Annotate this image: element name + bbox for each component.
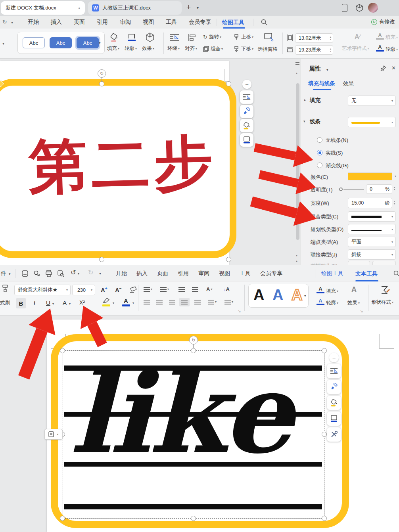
line-expander-icon[interactable]: ▾ — [303, 119, 305, 123]
float-brush-button[interactable] — [240, 105, 253, 118]
rotate-button[interactable]: ↻ 旋转▾ — [203, 34, 221, 40]
underline-button[interactable]: U — [46, 299, 50, 306]
selection-handle-top[interactable] — [191, 348, 196, 353]
panel-tab-fill-line-active[interactable]: 填充与线条 — [308, 80, 335, 87]
menu-tab-insert[interactable]: 插入 — [51, 19, 62, 26]
ribbon-overflow-chevron-icon[interactable]: ▾ — [2, 41, 4, 46]
height-spinner[interactable]: ▴▾ — [330, 36, 331, 40]
device-sync-icon[interactable] — [342, 4, 347, 12]
menu-tab-reference[interactable]: 引用 — [97, 19, 108, 26]
transparency-slider-track[interactable] — [343, 189, 364, 190]
font-color-chevron-icon[interactable]: ▾ — [132, 301, 134, 305]
superscript-button[interactable]: X² — [79, 299, 85, 306]
radio-no-line-label[interactable]: 无线条(N) — [326, 137, 348, 144]
float-fill-button[interactable] — [240, 119, 253, 132]
selection-handle-bottom[interactable] — [191, 516, 196, 521]
menu-tab-reference[interactable]: 引用 — [178, 270, 189, 277]
menu-tab-home[interactable]: 开始 — [28, 19, 39, 26]
document-tab[interactable]: W 人教版三上词汇.docx — [88, 1, 182, 15]
selection-handle-top[interactable] — [99, 81, 104, 86]
text-fill-button-disabled[interactable]: 填充▾ — [386, 34, 398, 41]
scroll-down-arrow[interactable]: ▾ — [296, 254, 297, 257]
collapse-toolbar-button[interactable]: – — [329, 353, 339, 362]
search-icon[interactable] — [261, 19, 267, 25]
shape-width-input[interactable]: 19.23厘米 ▴▾ — [295, 45, 333, 55]
scroll-up-arrow[interactable]: ▴ — [296, 71, 297, 75]
radio-no-line[interactable] — [317, 137, 322, 143]
dash-type-select[interactable]: ▾ — [348, 224, 396, 234]
step-title-text[interactable]: 第二步 — [28, 132, 251, 197]
gallery-more-chevron-icon[interactable]: ▾ — [304, 294, 306, 298]
fill-expander-icon[interactable]: ▸ — [304, 98, 306, 102]
new-tab-button[interactable]: + — [186, 3, 191, 11]
panel-title-chevron-icon[interactable]: ▾ — [326, 68, 328, 72]
undo-icon[interactable]: ↺ — [71, 269, 76, 276]
status-modified[interactable]: ↻ 有修改 — [371, 18, 395, 25]
scroll-top-icon[interactable] — [295, 62, 299, 65]
shrink-font-button[interactable]: A− — [115, 286, 122, 293]
undo-chevron-icon[interactable]: ▾ — [78, 272, 79, 276]
width-spinner[interactable]: ▴▾ — [330, 48, 331, 52]
float-wrap-button[interactable] — [240, 90, 253, 104]
begin-arrow-size-select[interactable]: ▾ — [372, 261, 396, 265]
align-center-button[interactable] — [156, 300, 163, 304]
wordart-style-button-disabled[interactable]: 艺术字样式▾ — [342, 45, 369, 52]
menu-tab-view[interactable]: 视图 — [219, 270, 230, 277]
highlight-chevron-icon[interactable]: ▾ — [113, 301, 114, 305]
selection-handle-bottom-right[interactable] — [226, 257, 231, 262]
wordart-style-blue[interactable]: A — [272, 287, 283, 302]
selection-handle-top-left[interactable] — [60, 348, 65, 353]
font-name-select[interactable]: 舒窕意大利斜体★▾ — [14, 285, 71, 295]
transparency-input[interactable]: 0 % — [366, 184, 392, 194]
selection-handle-right[interactable] — [322, 432, 327, 437]
close-icon[interactable]: ✕ — [391, 65, 396, 71]
strikethrough-chevron-icon[interactable]: ▾ — [69, 302, 71, 306]
justify-button-active[interactable] — [179, 298, 190, 306]
text-outline-button[interactable]: 轮廓▾ — [326, 300, 338, 306]
minimize-button[interactable]: — — [384, 4, 389, 10]
shape-outline-button[interactable]: 轮廓▾ — [125, 45, 137, 52]
radio-solid-line-selected[interactable] — [317, 150, 322, 155]
radio-gradient-line[interactable] — [317, 163, 322, 168]
menu-tab-tools[interactable]: 工具 — [166, 19, 177, 26]
format-painter-button-partial[interactable]: 式刷 — [0, 300, 10, 306]
text-fill-button[interactable]: 填充▾ — [326, 288, 338, 295]
menu-tab-review[interactable]: 审阅 — [198, 270, 209, 277]
toolbar-more-chevron-icon[interactable]: ▾ — [99, 271, 101, 276]
menu-tab-review[interactable]: 审阅 — [120, 19, 131, 26]
radio-gradient-line-label[interactable]: 渐变线(G) — [326, 162, 349, 169]
shape-height-input[interactable]: 13.02厘米 ▴▾ — [295, 33, 333, 43]
shape-style-button[interactable]: 形状样式▾ — [371, 299, 393, 306]
selection-handle-bottom[interactable] — [99, 257, 104, 262]
print-icon[interactable] — [45, 270, 52, 277]
float-outline-button[interactable] — [240, 133, 253, 147]
pin-icon[interactable] — [380, 65, 386, 71]
selection-handle-bottom-right[interactable] — [322, 516, 327, 521]
float-tools-button[interactable] — [327, 427, 341, 442]
font-size-select[interactable]: 230▾ — [72, 285, 95, 295]
next-page-arrow[interactable]: ▴ — [296, 259, 297, 263]
avatar[interactable] — [368, 3, 378, 13]
save-icon[interactable] — [21, 270, 29, 277]
gallery-more-chevron-icon[interactable]: ▾ — [99, 41, 101, 45]
group-button[interactable]: 组合▾ — [203, 46, 223, 52]
increase-indent-button[interactable] — [192, 287, 198, 292]
float-fill-button[interactable] — [327, 396, 341, 410]
align-left-button[interactable] — [144, 300, 150, 304]
panel-tab-effects[interactable]: 效果 — [343, 80, 354, 87]
compound-type-select[interactable]: ▾ — [348, 211, 396, 222]
begin-arrow-select[interactable]: ▾ — [348, 261, 370, 265]
line-width-input[interactable]: 15.00 磅 — [348, 198, 392, 208]
text-effects-a-icon[interactable]: A — [351, 285, 357, 294]
file-chevron-icon[interactable]: ▾ — [9, 272, 11, 276]
text-effects-button[interactable]: 效果▾ — [347, 300, 360, 306]
rotate-handle[interactable]: ↻ — [98, 69, 106, 78]
selection-handle-top-right[interactable] — [226, 81, 231, 86]
vertical-text-button[interactable]: ↓ A — [224, 286, 230, 292]
menu-tab-drawing-tools-active[interactable]: 绘图工具 — [222, 16, 244, 29]
menu-tab-page[interactable]: 页面 — [157, 270, 168, 277]
text-box-selection[interactable] — [63, 350, 324, 519]
color-chevron-icon[interactable]: ▾ — [395, 174, 396, 178]
underline-chevron-icon[interactable]: ▾ — [52, 302, 54, 306]
wordart-style-orange-outline[interactable]: A — [292, 287, 302, 302]
